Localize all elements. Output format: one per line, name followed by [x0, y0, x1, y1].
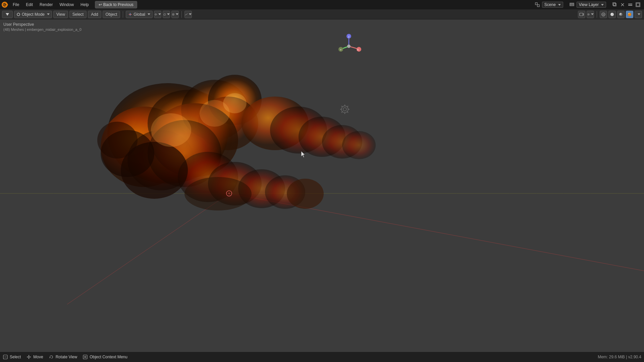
proportional-dropdown-icon: [176, 13, 178, 15]
top-menu: File Edit Render Window Help: [9, 0, 92, 9]
view-menu[interactable]: View: [53, 11, 68, 18]
context-menu-icon: [83, 354, 88, 360]
viewport-overlay-icon[interactable]: [587, 11, 594, 18]
mem-info-text: Mem: 29.6 MiB | v2.90.4: [598, 355, 641, 359]
svg-marker-134: [29, 355, 30, 356]
svg-rect-7: [570, 5, 574, 6]
object-label: Object: [106, 12, 117, 17]
svg-point-26: [172, 13, 174, 15]
editor-type-button[interactable]: [2, 11, 13, 18]
add-label: Add: [91, 12, 98, 17]
svg-point-35: [610, 13, 614, 16]
menu-file[interactable]: File: [9, 0, 22, 9]
view-layer-name: View Layer: [579, 2, 599, 7]
toolbar-sep-2: [181, 11, 182, 18]
context-menu-tool[interactable]: Object Context Menu: [83, 354, 127, 360]
scene-name: Scene: [544, 2, 556, 7]
svg-point-39: [629, 13, 630, 14]
global-label: Global: [133, 12, 145, 17]
menu-render[interactable]: Render: [36, 0, 56, 9]
global-dropdown-icon: [148, 13, 150, 15]
pivot-point-btn[interactable]: [154, 11, 161, 18]
top-bar-right: Scene View Layer: [534, 1, 644, 8]
shading-options-btn[interactable]: [635, 11, 642, 18]
menu-help[interactable]: Help: [77, 0, 92, 9]
rotate-tool[interactable]: Rotate View: [49, 354, 77, 360]
shading-chevron: [638, 13, 640, 15]
view-label: View: [56, 12, 65, 17]
bottom-bar: Select Move Rotate View: [0, 352, 644, 362]
mode-label: Object Mode: [22, 12, 45, 17]
select-tool-icon: [3, 354, 8, 360]
menu-edit[interactable]: Edit: [22, 0, 36, 9]
viewport[interactable]: X Y Z: [0, 19, 644, 352]
scene-section: Scene: [534, 1, 563, 8]
top-bar-icons: [611, 1, 641, 8]
back-to-previous-button[interactable]: ↩ Back to Previous: [95, 1, 137, 8]
svg-marker-136: [27, 357, 28, 358]
svg-marker-135: [29, 358, 30, 359]
back-button-label: Back to Previous: [103, 2, 133, 7]
toolbar-sep-1: [123, 11, 123, 18]
scene-selector[interactable]: Scene: [542, 2, 563, 8]
svg-rect-6: [570, 3, 574, 4]
transform-orientation[interactable]: Global: [126, 11, 153, 18]
svg-point-36: [611, 13, 612, 14]
layers-icon: [569, 1, 575, 8]
mode-selector[interactable]: Object Mode: [14, 11, 52, 18]
svg-rect-8: [613, 3, 616, 6]
snap-dropdown-icon: [167, 13, 170, 15]
rotate-tool-label: Rotate View: [56, 355, 77, 359]
svg-rect-4: [537, 5, 539, 7]
wireframe-shading-btn[interactable]: [600, 11, 607, 18]
svg-marker-137: [30, 357, 31, 358]
back-arrow-icon: ↩: [99, 2, 102, 7]
rendered-shading-btn[interactable]: [626, 11, 633, 18]
move-tool-label: Move: [33, 355, 43, 359]
svg-point-31: [588, 14, 589, 15]
svg-rect-5: [570, 4, 574, 5]
scene-collection-icon: [534, 1, 541, 8]
view-layer-selector[interactable]: View Layer: [577, 2, 606, 8]
svg-marker-29: [583, 13, 584, 15]
add-menu[interactable]: Add: [88, 11, 101, 18]
select-label: Select: [72, 12, 84, 17]
mode-dropdown-icon: [47, 13, 50, 15]
view-layer-dropdown-icon: [601, 4, 604, 6]
select-menu[interactable]: Select: [69, 11, 87, 18]
top-bar: File Edit Render Window Help ↩ Back to P…: [0, 0, 644, 9]
blender-logo: [0, 0, 9, 9]
solid-shading-btn[interactable]: [608, 11, 616, 18]
select-tool[interactable]: Select: [3, 354, 21, 360]
proportional-edit-btn[interactable]: [171, 11, 179, 18]
mem-info: Mem: 29.6 MiB | v2.90.4: [598, 355, 641, 359]
rotate-tool-icon: [49, 354, 54, 360]
object-menu[interactable]: Object: [103, 11, 120, 18]
pivot-dropdown-icon: [158, 13, 161, 15]
svg-point-37: [619, 13, 623, 16]
overlay-dropdown-icon: [591, 13, 594, 15]
svg-point-21: [155, 14, 156, 15]
curve-btn[interactable]: [184, 11, 192, 18]
view-layer-section: View Layer: [569, 1, 606, 8]
close-icon[interactable]: [619, 1, 626, 8]
expand-icon[interactable]: [635, 1, 641, 8]
svg-rect-9: [613, 3, 615, 5]
svg-point-27: [173, 14, 174, 15]
svg-point-38: [628, 13, 631, 16]
material-shading-btn[interactable]: [617, 11, 625, 18]
menu-window[interactable]: Window: [56, 0, 77, 9]
copy-icon[interactable]: [611, 1, 618, 8]
scene-dropdown-icon: [558, 4, 561, 6]
svg-marker-138: [49, 357, 51, 358]
context-menu-label: Object Context Menu: [90, 355, 127, 359]
svg-rect-12: [628, 4, 632, 4]
render-camera-icon[interactable]: [578, 11, 585, 18]
toolbar-right: [578, 11, 642, 18]
svg-rect-13: [628, 5, 632, 6]
settings-icon[interactable]: [627, 1, 634, 8]
toolbar-sep-3: [597, 11, 597, 18]
move-tool[interactable]: Move: [26, 354, 43, 360]
move-tool-icon: [26, 354, 32, 360]
snap-btn[interactable]: [163, 11, 170, 18]
